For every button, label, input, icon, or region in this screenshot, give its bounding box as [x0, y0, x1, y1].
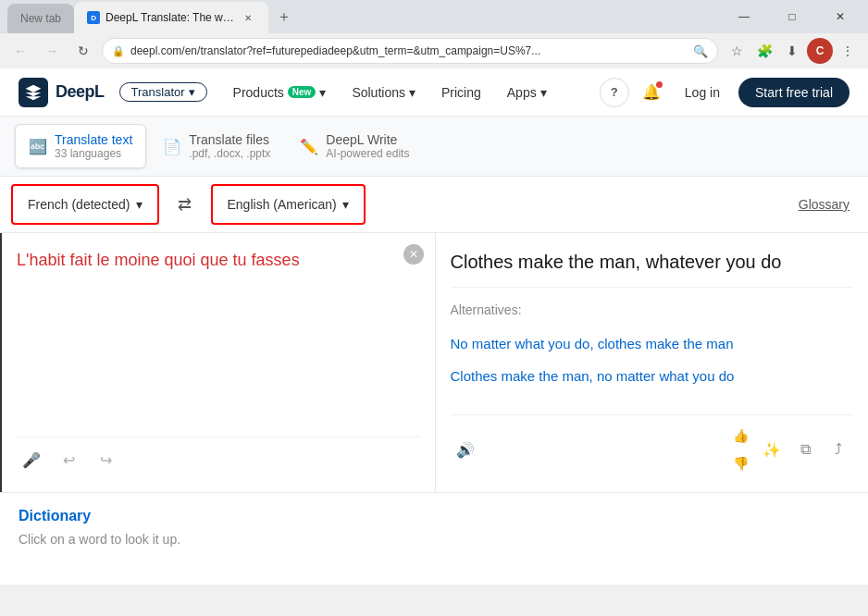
speaker-btn[interactable]: 🔊 [451, 435, 480, 464]
glossary-link[interactable]: Glossary [799, 197, 849, 212]
source-lang-label: French (detected) [28, 197, 130, 212]
nav-apps-label: Apps [507, 85, 537, 100]
nav-apps[interactable]: Apps ▾ [496, 80, 558, 105]
target-panel: Clothes make the man, whatever you do Al… [436, 233, 869, 492]
tab-inactive-label: New tab [20, 12, 61, 25]
thumbup-icon: 👍 [733, 428, 749, 443]
deepl-wordmark: DeepL [56, 82, 105, 102]
start-trial-btn[interactable]: Start free trial [738, 78, 849, 107]
profile-btn[interactable]: C [807, 38, 833, 64]
refresh-btn[interactable]: ↻ [70, 38, 96, 64]
nav-pricing[interactable]: Pricing [430, 80, 492, 105]
target-lang-btn[interactable]: English (American) ▾ [211, 184, 366, 225]
translator-container: French (detected) ▾ ⇄ English (American)… [0, 177, 868, 492]
dictionary-hint: Click on a word to look it up. [19, 532, 849, 547]
nav-solutions[interactable]: Solutions ▾ [341, 80, 427, 105]
target-lang-label: English (American) [228, 197, 337, 212]
browser-window: New tab D DeepL Translate: The world's m… [0, 0, 868, 68]
wand-btn[interactable]: ✨ [757, 435, 787, 464]
app-header: DeepL Translator ▾ Products New ▾ Soluti… [0, 68, 868, 117]
maximize-btn[interactable]: □ [772, 3, 812, 31]
undo-icon: ↩ [63, 451, 75, 469]
translation-main: Clothes make the man, whatever you do [451, 248, 854, 288]
speaker-icon: 🔊 [456, 441, 475, 459]
deepl-write-label: DeepL Write [326, 132, 409, 147]
target-bottom-right: 👍 👎 ✨ ⧉ ⤴ [727, 423, 853, 476]
source-textarea[interactable] [17, 248, 420, 433]
source-lang-btn[interactable]: French (detected) ▾ [11, 184, 159, 225]
new-badge: New [288, 86, 316, 98]
toolbar: ← → ↻ 🔒 deepl.com/en/translator?ref=futu… [0, 33, 868, 68]
thumbdown-btn[interactable]: 👎 [727, 450, 753, 476]
deepl-logo[interactable]: DeepL [19, 78, 105, 107]
forward-btn[interactable]: → [39, 38, 65, 64]
tab-add-btn[interactable]: ＋ [272, 5, 296, 29]
translate-text-label: Translate text [55, 132, 132, 147]
target-panel-bottom: 🔊 👍 👎 ✨ [451, 414, 854, 476]
search-icon: 🔍 [693, 44, 708, 58]
sub-nav: 🔤 Translate text 33 languages 📄 Translat… [0, 117, 868, 177]
bookmark-icon-btn[interactable]: ☆ [724, 38, 750, 64]
translate-text-sub: 33 languages [55, 147, 132, 160]
mic-btn[interactable]: 🎤 [17, 445, 46, 474]
nav-products-label: Products [233, 85, 284, 100]
redo-btn[interactable]: ↪ [91, 445, 120, 474]
more-btn[interactable]: ⋮ [835, 38, 861, 64]
nav-links: Products New ▾ Solutions ▾ Pricing Apps … [222, 80, 585, 105]
dictionary-title: Dictionary [19, 508, 849, 524]
close-btn[interactable]: ✕ [820, 3, 861, 31]
help-icon-btn[interactable]: ? [600, 78, 629, 107]
wand-icon: ✨ [763, 441, 781, 459]
deepl-write-sub: AI-powered edits [326, 147, 409, 160]
title-bar: New tab D DeepL Translate: The world's m… [0, 0, 868, 33]
extensions-icon-btn[interactable]: 🧩 [751, 38, 777, 64]
mic-icon: 🎤 [22, 451, 41, 469]
tab-inactive[interactable]: New tab [7, 4, 74, 33]
toolbar-icons: ☆ 🧩 ⬇ C ⋮ [724, 38, 861, 64]
source-lang-chevron-icon: ▾ [136, 197, 143, 212]
translate-text-icon: 🔤 [29, 138, 47, 155]
tab-label: DeepL Translate: The world's m... [105, 11, 235, 24]
lang-swap-btn[interactable]: ⇄ [170, 190, 200, 219]
share-btn[interactable]: ⤴ [824, 435, 853, 464]
sub-nav-translate-text[interactable]: 🔤 Translate text 33 languages [15, 124, 146, 168]
login-btn[interactable]: Log in [674, 80, 731, 105]
nav-products[interactable]: Products New ▾ [222, 80, 338, 105]
translate-files-icon: 📄 [163, 138, 181, 155]
copy-icon: ⧉ [800, 441, 811, 458]
target-bottom-left: 🔊 [451, 435, 480, 464]
nav-pricing-label: Pricing [441, 85, 481, 100]
copy-btn[interactable]: ⧉ [790, 435, 820, 464]
undo-btn[interactable]: ↩ [54, 445, 83, 474]
translator-chevron-icon: ▾ [189, 85, 195, 99]
alternatives-header: Alternatives: [451, 302, 854, 317]
tab-active[interactable]: D DeepL Translate: The world's m... ✕ [74, 2, 268, 33]
alternative-item-1[interactable]: No matter what you do, clothes make the … [451, 328, 854, 361]
sub-nav-deepl-write[interactable]: ✏️ DeepL Write AI-powered edits [287, 124, 422, 168]
lang-selector-row: French (detected) ▾ ⇄ English (American)… [0, 177, 868, 233]
alternative-item-2[interactable]: Clothes make the man, no matter what you… [451, 361, 854, 393]
share-icon: ⤴ [835, 441, 842, 458]
download-icon-btn[interactable]: ⬇ [779, 38, 805, 64]
page-content: DeepL Translator ▾ Products New ▾ Soluti… [0, 68, 868, 585]
notification-dot [656, 81, 663, 88]
thumbs-col: 👍 👎 [727, 423, 753, 476]
thumbup-btn[interactable]: 👍 [727, 423, 753, 449]
translate-files-label: Translate files [189, 132, 270, 147]
source-panel-bottom: 🎤 ↩ ↪ [17, 437, 420, 474]
minimize-btn[interactable]: — [724, 3, 764, 31]
back-btn[interactable]: ← [7, 38, 33, 64]
tab-close-btn[interactable]: ✕ [241, 10, 255, 25]
translate-files-sub: .pdf, .docx, .pptx [189, 147, 270, 160]
source-clear-btn[interactable]: ✕ [403, 244, 424, 265]
source-panel: ✕ 🎤 ↩ ↪ [0, 233, 436, 492]
address-bar[interactable]: 🔒 deepl.com/en/translator?ref=futurepedi… [102, 38, 718, 64]
translation-panels: ✕ 🎤 ↩ ↪ Clothes make the man, whatever y [0, 233, 868, 492]
address-text: deepl.com/en/translator?ref=futurepediad… [130, 44, 688, 57]
bell-icon-btn[interactable]: 🔔 [637, 78, 666, 107]
header-actions: ? 🔔 Log in Start free trial [600, 78, 849, 107]
deepl-icon [19, 78, 48, 107]
swap-icon: ⇄ [178, 194, 192, 215]
sub-nav-translate-files[interactable]: 📄 Translate files .pdf, .docx, .pptx [150, 124, 283, 168]
translator-badge[interactable]: Translator ▾ [119, 82, 207, 102]
